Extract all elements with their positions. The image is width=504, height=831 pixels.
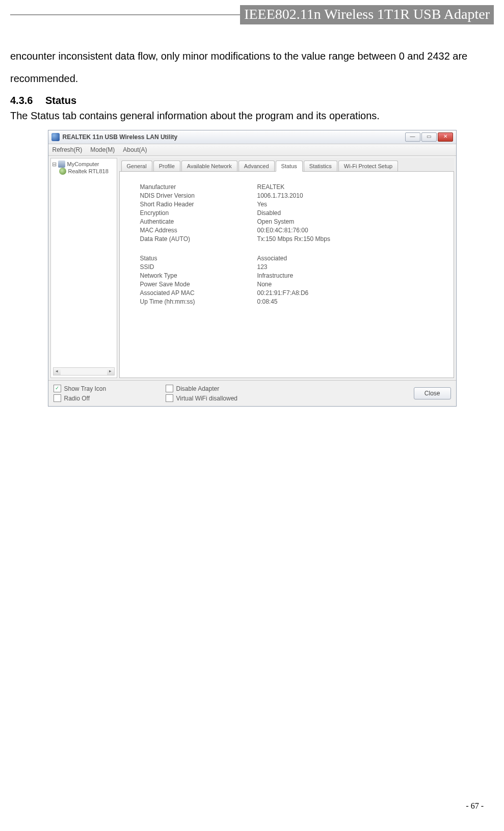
tab-advanced[interactable]: Advanced (238, 160, 275, 171)
checkbox-label: Show Tray Icon (64, 385, 107, 392)
status-row: Data Rate (AUTO)Tx:150 Mbps Rx:150 Mbps (140, 235, 443, 243)
close-button[interactable]: Close (414, 387, 451, 399)
status-key: Short Radio Header (140, 201, 257, 208)
body-paragraph-2: The Status tab contains general informat… (10, 106, 494, 125)
body-paragraph-1: encounter inconsistent data flow, only m… (10, 45, 494, 90)
tab-available-network[interactable]: Available Network (181, 160, 237, 171)
header-rule (10, 14, 240, 15)
status-row: MAC Address00:E0:4C:81:76:00 (140, 227, 443, 234)
checkbox-disable-adapter[interactable]: Disable Adapter (166, 385, 238, 392)
tab-profile[interactable]: Profile (153, 160, 180, 171)
tree-root-label: MyComputer (67, 161, 99, 167)
status-row: NDIS Driver Version1006.1.713.2010 (140, 192, 443, 199)
status-row: StatusAssociated (140, 255, 443, 262)
tab-statistics[interactable]: Statistics (304, 160, 337, 171)
header-title: IEEE802.11n Wireless 1T1R USB Adapter (240, 5, 494, 24)
status-value: Infrastructure (257, 272, 443, 279)
status-key: MAC Address (140, 227, 257, 234)
status-value: 00:E0:4C:81:76:00 (257, 227, 443, 234)
tree-root-item[interactable]: ⊟ MyComputer (52, 160, 116, 168)
tree-pane: ⊟ MyComputer Realtek RTL818 ◂ ▸ (50, 158, 117, 378)
tab-content-status: ManufacturerREALTEK NDIS Driver Version1… (119, 171, 454, 378)
status-row: Network TypeInfrastructure (140, 272, 443, 279)
status-value: Tx:150 Mbps Rx:150 Mbps (257, 235, 443, 243)
status-key: Authenticate (140, 218, 257, 225)
status-key: Network Type (140, 272, 257, 279)
window-close-button[interactable]: ✕ (438, 132, 453, 142)
checkbox-box (166, 394, 173, 402)
checkbox-radio-off[interactable]: Radio Off (54, 394, 166, 402)
maximize-button[interactable]: ▭ (421, 132, 437, 142)
status-value: REALTEK (257, 183, 443, 191)
embedded-screenshot: REALTEK 11n USB Wireless LAN Utility — ▭… (48, 130, 457, 407)
status-row: Up Time (hh:mm:ss)0:08:45 (140, 298, 443, 305)
status-key: Data Rate (AUTO) (140, 235, 257, 243)
minimize-button[interactable]: — (405, 132, 420, 142)
checkbox-show-tray-icon[interactable]: ✓Show Tray Icon (54, 385, 166, 392)
status-value: 123 (257, 263, 443, 271)
tab-general[interactable]: General (121, 160, 152, 171)
status-value: None (257, 281, 443, 288)
expand-icon[interactable]: ⊟ (52, 161, 57, 168)
scroll-left-icon[interactable]: ◂ (54, 368, 61, 375)
app-icon (51, 133, 60, 141)
checkbox-box (54, 394, 61, 402)
checkbox-label: Radio Off (64, 395, 90, 402)
status-key: Encryption (140, 209, 257, 217)
checkbox-label: Virtual WiFi disallowed (176, 395, 238, 402)
status-row: SSID123 (140, 263, 443, 271)
menu-refresh[interactable]: Refresh(R) (52, 146, 83, 153)
tree-child-item[interactable]: Realtek RTL818 (59, 168, 116, 175)
status-key: Associated AP MAC (140, 289, 257, 297)
status-value: Open System (257, 218, 443, 225)
status-value: Disabled (257, 209, 443, 217)
menu-mode[interactable]: Mode(M) (90, 146, 115, 153)
tree-horizontal-scrollbar[interactable]: ◂ ▸ (53, 367, 115, 376)
status-key: Manufacturer (140, 183, 257, 191)
section-title: Status (45, 95, 76, 106)
status-key: SSID (140, 263, 257, 271)
status-key: Power Save Mode (140, 281, 257, 288)
checkbox-box: ✓ (54, 385, 61, 392)
tab-wifi-protect-setup[interactable]: Wi-Fi Protect Setup (338, 160, 398, 171)
status-row: EncryptionDisabled (140, 209, 443, 217)
checkbox-box (166, 385, 173, 392)
checkbox-virtual-wifi-disallowed[interactable]: Virtual WiFi disallowed (166, 394, 238, 402)
window-title: REALTEK 11n USB Wireless LAN Utility (63, 133, 405, 141)
status-value: Associated (257, 255, 443, 262)
status-row: Short Radio HeaderYes (140, 201, 443, 208)
status-value: 00:21:91:F7:A8:D6 (257, 289, 443, 297)
section-number: 4.3.6 (10, 95, 33, 106)
tab-status[interactable]: Status (276, 160, 303, 172)
tree-child-label: Realtek RTL818 (68, 168, 109, 174)
menu-bar: Refresh(R) Mode(M) About(A) (48, 144, 456, 156)
status-row: Power Save ModeNone (140, 281, 443, 288)
bottom-bar: ✓Show Tray Icon Radio Off Disable Adapte… (48, 380, 456, 406)
computer-icon (58, 160, 65, 168)
status-value: 1006.1.713.2010 (257, 192, 443, 199)
status-value: 0:08:45 (257, 298, 443, 305)
status-row: Associated AP MAC00:21:91:F7:A8:D6 (140, 289, 443, 297)
status-key: Up Time (hh:mm:ss) (140, 298, 257, 305)
checkbox-label: Disable Adapter (176, 385, 220, 392)
status-key: Status (140, 255, 257, 262)
header-bar: IEEE802.11n Wireless 1T1R USB Adapter (10, 5, 494, 24)
scroll-right-icon[interactable]: ▸ (107, 368, 114, 375)
tab-strip: General Profile Available Network Advanc… (119, 158, 454, 171)
status-row: ManufacturerREALTEK (140, 183, 443, 191)
status-row: AuthenticateOpen System (140, 218, 443, 225)
adapter-icon (59, 168, 66, 175)
status-key: NDIS Driver Version (140, 192, 257, 199)
window-titlebar: REALTEK 11n USB Wireless LAN Utility — ▭… (48, 130, 456, 144)
page-number: - 67 - (466, 801, 484, 811)
menu-about[interactable]: About(A) (123, 146, 147, 153)
status-value: Yes (257, 201, 443, 208)
